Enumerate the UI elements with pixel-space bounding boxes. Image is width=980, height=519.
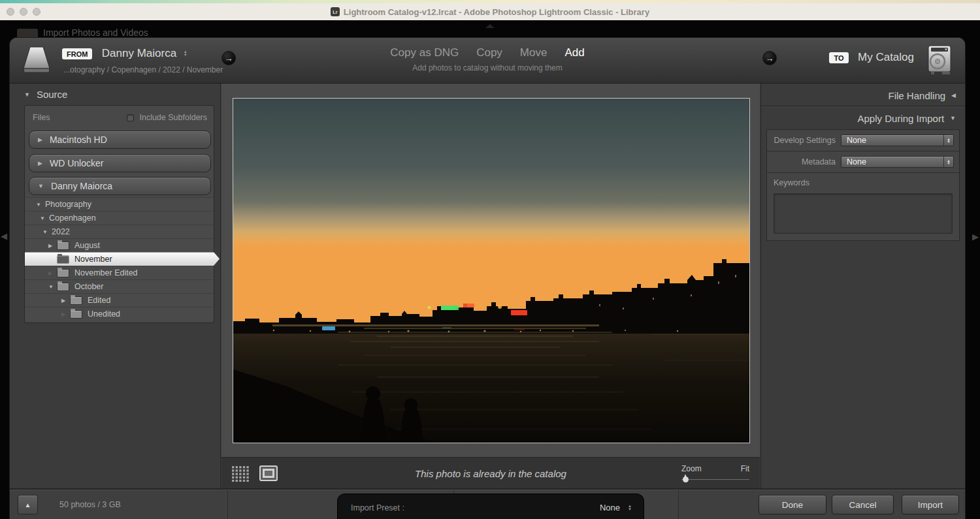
expander-icon[interactable]: ▶	[48, 270, 57, 276]
expander-icon[interactable]: ▶	[61, 298, 71, 304]
preview-toolbar: This photo is already in the catalog Zoo…	[221, 457, 760, 490]
volume-wd-unlocker[interactable]: ▶ WD Unlocker	[29, 154, 211, 172]
volume-label: Danny Maiorca	[51, 181, 112, 191]
bottom-bar: ▲ 50 photos / 3 GB Import Preset : None …	[10, 490, 965, 519]
metadata-dropdown[interactable]: None ▲▼	[841, 156, 954, 168]
source-selector[interactable]: FROM Danny Maiorca ▲▼ ...otography / Cop…	[62, 47, 223, 74]
tree-item-2022[interactable]: ▼ 2022	[25, 225, 214, 238]
expander-icon[interactable]: ▼	[48, 284, 57, 290]
method-description: Add photos to catalog without moving the…	[390, 63, 584, 72]
include-subfolders-label[interactable]: Include Subfolders	[139, 113, 207, 122]
photo-preview[interactable]	[233, 99, 749, 443]
source-name[interactable]: Danny Maiorca	[102, 47, 176, 59]
stepper-icon[interactable]: ▲▼	[943, 157, 953, 167]
preview-area: This photo is already in the catalog Zoo…	[221, 84, 760, 490]
import-preset-dropdown[interactable]: None ▲▼	[600, 503, 632, 512]
zoom-control: Zoom Fit	[681, 464, 749, 480]
tree-label: Photography	[45, 200, 91, 209]
file-handling-title: File Handling	[889, 90, 946, 101]
file-handling-header[interactable]: File Handling ◀	[761, 87, 965, 104]
metadata-label: Metadata	[772, 157, 836, 166]
source-panel-title: Source	[37, 89, 68, 100]
to-badge: TO	[829, 52, 848, 63]
collapse-icon[interactable]: ▼	[38, 183, 44, 189]
window-title-group: Lr Lightroom Catalog-v12.lrcat - Adobe P…	[331, 7, 649, 17]
tree-item-unedited[interactable]: ▶ Unedited	[25, 307, 214, 321]
divider	[227, 490, 228, 519]
volume-danny-maiorca[interactable]: ▼ Danny Maiorca	[29, 177, 211, 195]
method-copy[interactable]: Copy	[476, 46, 502, 59]
source-path: ...otography / Copenhagen / 2022 / Novem…	[63, 65, 223, 74]
settings-panel: File Handling ◀ Apply During Import ▼ De…	[760, 84, 965, 490]
destination-drive-icon	[926, 44, 953, 78]
tree-label: August	[74, 241, 100, 250]
source-panel-header[interactable]: ▼ Source	[24, 89, 67, 100]
folder-icon	[57, 270, 69, 277]
keywords-section: Keywords	[767, 173, 959, 240]
tree-item-november-edited[interactable]: ▶ November Edited	[25, 266, 214, 279]
source-stepper-icon[interactable]: ▲▼	[184, 50, 188, 57]
apply-during-import-title: Apply During Import	[858, 113, 945, 124]
collapse-source-icon[interactable]: ▼	[24, 91, 30, 98]
expand-icon[interactable]: ▶	[38, 160, 42, 166]
done-button[interactable]: Done	[759, 495, 826, 514]
right-panel-reveal-icon[interactable]: ▶	[972, 232, 979, 242]
zoom-slider-thumb[interactable]	[683, 477, 689, 482]
include-subfolders-checkbox[interactable]	[127, 114, 134, 121]
destination-selector[interactable]: TO My Catalog	[829, 51, 914, 64]
collapsed-panel-icon[interactable]: ◀	[951, 92, 956, 99]
develop-settings-dropdown[interactable]: None ▲▼	[841, 134, 954, 146]
tree-label: Unedited	[88, 309, 120, 319]
top-panel-reveal-icon[interactable]	[485, 24, 495, 28]
tree-item-august[interactable]: ▶ August	[25, 238, 214, 252]
macos-titlebar: Lr Lightroom Catalog-v12.lrcat - Adobe P…	[0, 3, 980, 20]
source-drive-icon	[20, 45, 53, 79]
cancel-button[interactable]: Cancel	[832, 495, 894, 514]
tree-label: November Edited	[74, 268, 138, 277]
source-panel: ▼ Source Files Include Subfolders ▶ Maci…	[10, 84, 221, 490]
develop-settings-row: Develop Settings None ▲▼	[767, 130, 959, 151]
folder-icon	[57, 256, 69, 263]
folder-tree: ▼ Photography ▼ Copenhagen ▼ 2022 ▶ A	[25, 197, 214, 321]
keywords-input[interactable]	[774, 193, 953, 234]
photo-count: 50 photos / 3 GB	[59, 500, 121, 509]
tree-item-october[interactable]: ▼ October	[25, 279, 214, 293]
expander-icon[interactable]: ▶	[61, 311, 71, 317]
zoom-label: Zoom	[681, 464, 702, 473]
volume-macintosh-hd[interactable]: ▶ Macintosh HD	[29, 131, 211, 149]
minimize-button[interactable]	[20, 8, 27, 16]
tree-item-edited[interactable]: ▶ Edited	[25, 293, 214, 307]
method-add[interactable]: Add	[564, 46, 584, 59]
volume-label: Macintosh HD	[50, 134, 107, 145]
stepper-icon: ▲▼	[628, 505, 632, 511]
tree-item-photography[interactable]: ▼ Photography	[25, 197, 214, 211]
stepper-icon[interactable]: ▲▼	[943, 135, 953, 146]
volume-label: WD Unlocker	[50, 158, 103, 168]
method-copy-as-dng[interactable]: Copy as DNG	[390, 46, 459, 59]
files-row: Files Include Subfolders	[25, 106, 214, 129]
tree-item-november-selected[interactable]: ▶ November	[25, 252, 220, 266]
expand-icon[interactable]: ▶	[38, 136, 42, 143]
expander-icon[interactable]: ▶	[48, 243, 57, 249]
zoom-slider[interactable]	[681, 479, 749, 480]
expanded-panel-icon[interactable]: ▼	[950, 115, 956, 121]
method-move[interactable]: Move	[520, 46, 547, 59]
expander-icon[interactable]: ▼	[42, 229, 52, 235]
import-method-switcher: Copy as DNG Copy Move Add Add photos to …	[390, 46, 584, 72]
import-preset-value: None	[600, 503, 620, 512]
import-preset-panel: Import Preset : None ▲▼	[337, 494, 644, 519]
import-button[interactable]: Import	[902, 495, 959, 514]
photo-status-text: This photo is already in the catalog	[221, 468, 760, 479]
folder-icon	[71, 311, 82, 318]
folder-icon	[71, 297, 82, 304]
close-button[interactable]	[7, 8, 14, 16]
fit-label[interactable]: Fit	[741, 464, 749, 473]
zoom-button[interactable]	[33, 8, 41, 16]
left-panel-reveal-icon[interactable]: ◀	[1, 231, 7, 241]
expander-icon[interactable]: ▼	[36, 202, 45, 208]
expander-icon[interactable]: ▼	[40, 215, 49, 221]
apply-during-import-header[interactable]: Apply During Import ▼	[761, 110, 965, 127]
tree-item-copenhagen[interactable]: ▼ Copenhagen	[25, 211, 214, 225]
expand-panel-button[interactable]: ▲	[18, 495, 38, 514]
develop-settings-value: None	[841, 135, 943, 146]
